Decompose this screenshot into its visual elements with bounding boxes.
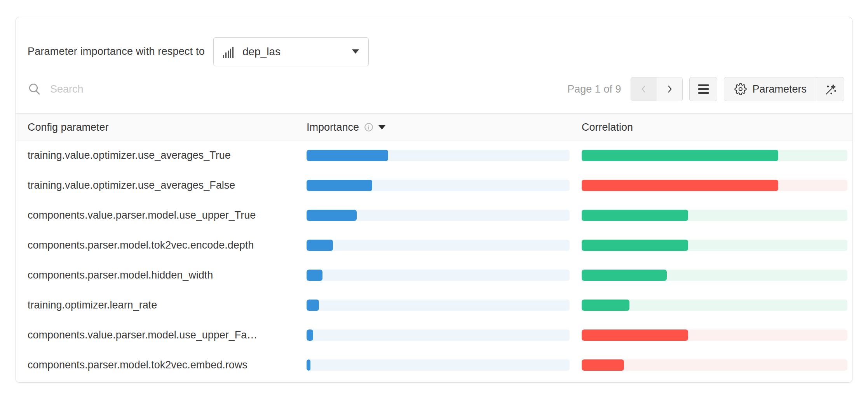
table-row[interactable]: training.optimizer.learn_rate [16, 290, 852, 320]
table-row[interactable]: components.parser.model.tok2vec.encode.d… [16, 230, 852, 260]
config-parameter-name: training.value.optimizer.use_averages_Tr… [28, 140, 231, 170]
table-row[interactable]: components.value.parser.model.use_upper_… [16, 320, 852, 350]
table-body: training.value.optimizer.use_averages_Tr… [16, 140, 852, 380]
metric-selector-value: dep_las [242, 46, 281, 58]
correlation-bar [582, 329, 847, 341]
importance-bar [307, 180, 570, 191]
info-icon [364, 122, 374, 132]
importance-bar-fill [307, 300, 319, 311]
importance-bar-fill [307, 210, 357, 221]
correlation-bar-fill [582, 329, 688, 341]
table-row[interactable]: components.value.parser.model.use_upper_… [16, 200, 852, 230]
importance-bar [307, 300, 570, 311]
config-parameter-name: training.optimizer.learn_rate [28, 290, 157, 320]
correlation-bar [582, 210, 847, 221]
toolbar: Page 1 of 9 [28, 77, 844, 101]
importance-bar [307, 150, 570, 161]
panel-title: Parameter importance with respect to [28, 46, 205, 58]
parameters-button[interactable]: Parameters [724, 77, 817, 101]
column-header-importance-label: Importance [307, 121, 359, 133]
table-header: Config parameter Importance Correlation [16, 113, 852, 140]
prev-page-button[interactable] [631, 77, 657, 101]
table-row[interactable]: training.value.optimizer.use_averages_Tr… [16, 140, 852, 170]
search-box[interactable] [28, 77, 244, 101]
pagination-group [631, 77, 683, 101]
correlation-bar-fill [582, 359, 624, 371]
correlation-bar [582, 300, 847, 311]
correlation-bar [582, 270, 847, 281]
chevron-down-icon [352, 49, 359, 54]
column-header-config-parameter: Config parameter [28, 114, 109, 141]
correlation-bar-fill [582, 300, 629, 311]
chevron-right-icon [664, 84, 675, 94]
importance-bar [307, 329, 570, 341]
list-icon [698, 84, 709, 94]
page-indicator: Page 1 of 9 [567, 83, 621, 95]
next-page-button[interactable] [657, 77, 682, 101]
toolbar-right-controls: Page 1 of 9 [567, 77, 844, 101]
importance-bar-fill [307, 240, 333, 251]
importance-bar [307, 359, 570, 371]
correlation-bar [582, 180, 847, 191]
correlation-bar [582, 150, 847, 161]
importance-bar-fill [307, 180, 372, 191]
importance-bar [307, 240, 570, 251]
panel-header: Parameter importance with respect to dep… [28, 37, 840, 67]
table-row[interactable]: components.parser.model.tok2vec.embed.ro… [16, 350, 852, 380]
table-row[interactable]: components.parser.model.hidden_width [16, 260, 852, 290]
table-row[interactable]: training.value.optimizer.use_averages_Fa… [16, 170, 852, 200]
column-header-importance[interactable]: Importance [307, 114, 385, 141]
bar-chart-icon [223, 46, 236, 58]
magic-wand-button[interactable] [817, 77, 844, 101]
config-parameter-name: components.value.parser.model.use_upper_… [28, 200, 256, 230]
correlation-bar-fill [582, 180, 778, 191]
search-input[interactable] [50, 83, 244, 95]
correlation-bar-fill [582, 150, 778, 161]
gear-icon [734, 83, 747, 95]
importance-bar-fill [307, 270, 322, 281]
correlation-bar-fill [582, 270, 667, 281]
correlation-bar [582, 240, 847, 251]
importance-bar-fill [307, 359, 310, 371]
search-icon [28, 82, 42, 96]
parameters-button-label: Parameters [752, 83, 807, 95]
parameter-importance-panel: Parameter importance with respect to dep… [16, 17, 852, 383]
parameters-button-group: Parameters [724, 77, 844, 101]
metric-selector-dropdown[interactable]: dep_las [213, 37, 369, 66]
correlation-bar-fill [582, 210, 688, 221]
correlation-bar [582, 359, 847, 371]
importance-bar-fill [307, 329, 313, 341]
config-parameter-name: components.parser.model.tok2vec.embed.ro… [28, 350, 248, 380]
magic-wand-icon [824, 82, 837, 96]
sort-desc-icon [378, 125, 385, 130]
chevron-left-icon [639, 84, 649, 94]
correlation-bar-fill [582, 240, 688, 251]
config-parameter-name: components.value.parser.model.use_upper_… [28, 320, 257, 350]
column-header-correlation: Correlation [582, 114, 633, 141]
config-parameter-name: components.parser.model.tok2vec.encode.d… [28, 230, 254, 260]
config-parameter-name: training.value.optimizer.use_averages_Fa… [28, 170, 235, 200]
importance-bar [307, 210, 570, 221]
table-view-button[interactable] [689, 77, 717, 101]
importance-bar [307, 270, 570, 281]
importance-bar-fill [307, 150, 388, 161]
config-parameter-name: components.parser.model.hidden_width [28, 260, 213, 290]
